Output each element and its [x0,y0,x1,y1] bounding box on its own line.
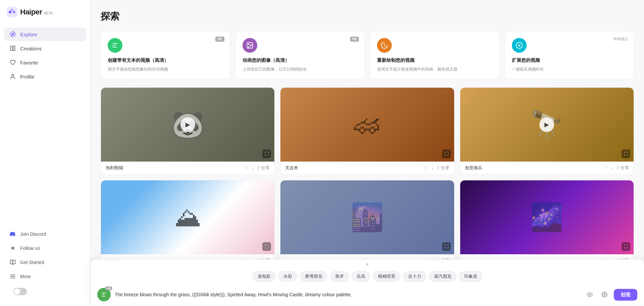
theme-toggle[interactable] [13,288,27,295]
text-video-icon [108,38,122,53]
svg-rect-6 [10,46,12,51]
logo-icon [7,7,17,17]
tag-blur-bg[interactable]: 模糊背景 [373,271,400,282]
hd-badge-1: HD [215,37,224,42]
expand-icon-4[interactable]: ⛶ [262,242,271,251]
card-title-1: 创建带有文本的视频（高清） [108,57,223,63]
feature-card-extend-video[interactable]: 即将推出 扩展您的视频 一键延长视频时长 [505,31,634,79]
expand-icon-2[interactable]: ⛶ [442,149,451,158]
video-card-hall[interactable]: 🔭 ▶ ⛶ 创意骑兵 ♡ ↓ ⤴ 分享 [460,87,634,175]
like-btn-3[interactable]: ♡ [603,166,607,171]
svg-point-3 [11,9,13,11]
video-card-car[interactable]: 🏎 ⛶ 关吉米 ♡ ↓ ⤴ 分享 [280,87,454,175]
video-thumb-1: 🐼 ▶ ⛶ [101,88,274,162]
video-thumb-3: 🔭 ▶ ⛶ [460,88,634,162]
settings-button[interactable] [599,289,610,300]
sidebar-item-follow[interactable]: ✕ Follow us [4,242,86,255]
animate-image-icon [243,38,257,53]
x-twitter-icon: ✕ [9,245,16,252]
nav-items: Explore Creations Favorite [0,28,90,83]
video-card-city[interactable]: 🌆 ⛶ ♡ ↓ ⤴ 分享 [280,180,454,267]
video-grid: 🐼 ▶ ⛶ 泡利熊猫 ♡ ↓ ⤴ 分享 🏎 ⛶ 关吉米 [101,87,634,267]
tag-impressionism[interactable]: 印象派 [459,271,482,282]
hd-badge-2: HD [350,37,359,42]
tag-watercolor[interactable]: 水彩 [278,271,297,282]
card-title-3: 重新绘制您的视频 [377,57,492,63]
video-thumb-5: 🌆 ⛶ [280,180,454,254]
get-started-label: Get Started [20,260,44,265]
download-btn-3[interactable]: ↓ [611,166,613,171]
page-title: 探索 [101,10,634,23]
coming-soon-label: 即将推出 [613,37,628,42]
expand-icon-5[interactable]: ⛶ [442,242,451,251]
compass-icon [9,31,16,38]
tag-old-movie[interactable]: 老电影 [253,271,276,282]
card-desc-3: 使用文字提示更改视频中的风格、颜色或主题 [377,66,492,72]
play-button-1[interactable]: ▶ [180,117,195,132]
user-icon [9,73,16,80]
repaint-icon [377,38,392,53]
video-footer-3: 创意骑兵 ♡ ↓ ⤴ 分享 [460,162,634,174]
explore-label: Explore [20,32,37,37]
prompt-tags-row: 老电影 水彩 赛博朋克 美术 乐高 模糊背景 吉卜力 蒸汽朋克 印象派 [91,267,644,285]
like-btn-2[interactable]: ♡ [424,166,428,171]
sidebar-item-discord[interactable]: Join Discord [4,227,86,241]
svg-point-2 [13,11,15,13]
video-card-space[interactable]: 🌌 ⛶ ♡ ↓ ⤴ 分享 [460,180,634,267]
expand-icon-3[interactable]: ⛶ [622,149,630,158]
tag-steampunk[interactable]: 蒸汽朋克 [429,271,457,282]
prompt-input[interactable] [115,291,580,298]
sidebar-item-profile[interactable]: Profile [4,70,86,83]
svg-point-16 [248,44,249,45]
heart-icon [9,59,16,66]
discord-label: Join Discord [20,231,46,237]
sidebar-item-explore[interactable]: Explore [4,28,86,41]
expand-icon-1[interactable]: ⛶ [262,149,271,158]
video-card-cloud[interactable]: ⛰ ⛶ 127hu_ ♡ ↓ ⤴ 分享 [101,180,275,267]
feature-card-repaint-video[interactable]: 重新绘制您的视频 使用文字提示更改视频中的风格、颜色或主题 [370,31,499,79]
model-hd-badge: HD [105,287,112,290]
card-title-2: 动画您的图像（高清） [243,57,358,63]
share-btn-3[interactable]: ⤴ 分享 [616,165,629,171]
video-actions-2: ♡ ↓ ⤴ 分享 [424,165,449,171]
chevron-up[interactable]: ∧ [91,260,644,267]
svg-point-22 [604,294,605,296]
sidebar-item-more[interactable]: More [4,270,86,283]
sidebar-item-creations[interactable]: Creations [4,42,86,55]
video-actions-1: ♡ ↓ ⤴ 分享 [245,165,270,171]
creations-label: Creations [20,46,42,51]
sidebar-item-get-started[interactable]: Get Started [4,256,86,269]
expand-icon-6[interactable]: ⛶ [622,242,630,251]
share-btn-1[interactable]: ⤴ 分享 [257,165,270,171]
sidebar: Haiper BETA Explore Creations [0,0,91,306]
eye-button[interactable] [584,289,595,300]
tag-ghibli[interactable]: 吉卜力 [403,271,426,282]
tag-lego[interactable]: 乐高 [352,271,370,282]
download-btn-1[interactable]: ↓ [252,166,254,171]
download-btn-2[interactable]: ↓ [431,166,434,171]
feature-cards: HD 创建带有文本的视频（高清） 用文字描述您能想象到的任何视频 HD 动画您的… [101,31,634,79]
profile-label: Profile [20,74,35,80]
like-btn-1[interactable]: ♡ [245,166,249,171]
feature-card-animate-image[interactable]: HD 动画您的图像（高清） 上传您自己的图像，让它们栩栩如生 [235,31,365,79]
extend-icon [512,38,527,53]
video-footer-2: 关吉米 ♡ ↓ ⤴ 分享 [280,162,454,174]
create-button[interactable]: 创造 [614,289,637,301]
play-button-3[interactable]: ▶ [539,117,554,132]
favorite-label: Favorite [20,60,38,65]
svg-point-1 [9,11,11,13]
tag-art[interactable]: 美术 [330,271,349,282]
logo-area: Haiper BETA [0,7,90,28]
tag-cyberpunk[interactable]: 赛博朋克 [300,271,327,282]
prompt-input-row: HD 创造 [91,285,644,306]
card-desc-1: 用文字描述您能想象到的任何视频 [108,66,223,72]
video-name-2: 关吉米 [285,165,298,171]
sidebar-item-favorite[interactable]: Favorite [4,56,86,69]
svg-rect-7 [13,46,15,51]
share-btn-2[interactable]: ⤴ 分享 [437,165,449,171]
video-card-panda[interactable]: 🐼 ▶ ⛶ 泡利熊猫 ♡ ↓ ⤴ 分享 [101,87,275,175]
menu-icon [9,273,16,280]
feature-card-text-to-video[interactable]: HD 创建带有文本的视频（高清） 用文字描述您能想象到的任何视频 [101,31,230,79]
svg-point-21 [589,294,591,296]
svg-rect-0 [7,7,17,17]
